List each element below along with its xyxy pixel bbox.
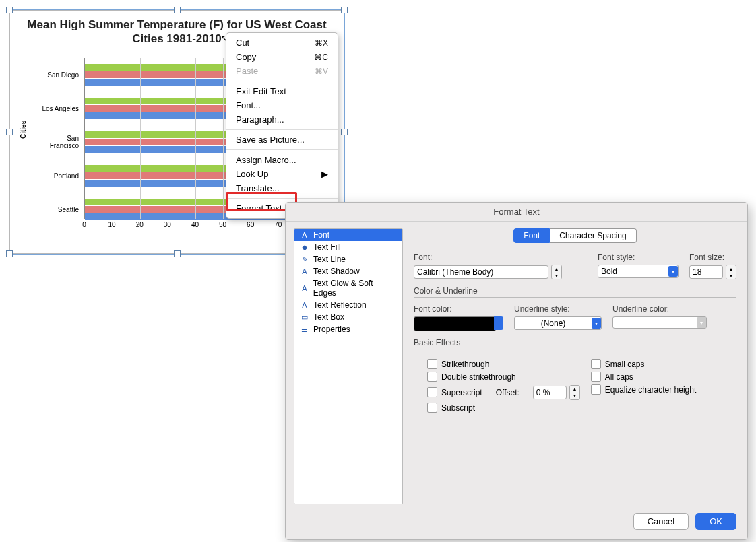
checkbox-all-caps[interactable]: All caps (591, 372, 736, 382)
checkbox-equalize-height[interactable]: Equalize character height (591, 384, 736, 395)
sidebar-item[interactable]: ☰Properties (294, 323, 402, 335)
label-font: Font: (414, 252, 587, 262)
menu-item[interactable]: Cut⌘X (226, 36, 338, 50)
menu-item: Paste⌘V (226, 64, 338, 78)
format-text-dialog: Format Text AFont◆Text Fill✎Text LineATe… (285, 202, 748, 540)
underline-color-select[interactable]: ▾ (612, 316, 707, 329)
sidebar-item[interactable]: AText Glow & Soft Edges (294, 277, 402, 299)
dialog-sidebar: AFont◆Text Fill✎Text LineAText ShadowATe… (294, 228, 403, 504)
label-font-color: Font color: (414, 304, 503, 314)
label-font-size: Font size: (689, 252, 736, 262)
sidebar-item[interactable]: ▭Text Box (294, 311, 402, 323)
x-tick: 0 (82, 221, 86, 228)
ok-button[interactable]: OK (695, 513, 736, 530)
context-menu: Cut⌘XCopy⌘CPaste⌘V Exit Edit TextFont...… (226, 32, 338, 219)
checkbox-superscript[interactable]: Superscript (427, 387, 482, 397)
font-input[interactable] (414, 265, 548, 279)
sidebar-item[interactable]: ◆Text Fill (294, 241, 402, 253)
font-color-dropdown[interactable] (494, 316, 503, 330)
dialog-tabs: Font Character Spacing (414, 228, 736, 243)
label-underline-style: Underline style: (514, 304, 602, 314)
menu-item[interactable]: Copy⌘C (226, 50, 338, 64)
label-offset: Offset: (496, 388, 519, 397)
tab-character-spacing[interactable]: Character Spacing (550, 228, 636, 243)
font-color-button[interactable] (414, 316, 496, 331)
section-basic-effects: Basic Effects (414, 338, 736, 349)
menu-item[interactable]: Look Up▶ (226, 167, 338, 181)
section-color-underline: Color & Underline (414, 286, 736, 298)
offset-input[interactable] (533, 386, 567, 399)
menu-item[interactable]: Save as Picture... (226, 133, 338, 147)
menu-item[interactable]: Assign Macro... (226, 153, 338, 167)
x-tick: 10 (108, 221, 116, 228)
x-tick: 60 (247, 221, 254, 228)
y-axis-label: Cities (20, 121, 27, 139)
font-size-input[interactable] (689, 265, 723, 279)
category-label: Los Angeles (42, 105, 80, 112)
x-tick: 20 (136, 221, 144, 228)
menu-item[interactable]: Exit Edit Text (226, 84, 338, 98)
sidebar-item[interactable]: ✎Text Line (294, 253, 402, 265)
checkbox-double-strikethrough[interactable]: Double strikethrough (427, 372, 580, 382)
x-tick: 70 (274, 221, 282, 228)
checkbox-small-caps[interactable]: Small caps (591, 359, 736, 369)
checkbox-strikethrough[interactable]: Strikethrough (427, 359, 580, 369)
cancel-button[interactable]: Cancel (633, 513, 689, 530)
size-stepper[interactable]: ▲▼ (726, 265, 736, 279)
x-tick: 40 (191, 221, 199, 228)
dialog-title: Format Text (286, 203, 747, 222)
sidebar-item[interactable]: AText Shadow (294, 265, 402, 277)
font-style-select[interactable]: Bold▾ (598, 265, 679, 278)
tab-font[interactable]: Font (513, 228, 550, 243)
menu-item[interactable]: Paragraph... (226, 112, 338, 127)
underline-style-select[interactable]: (None)▾ (514, 316, 602, 330)
sidebar-item[interactable]: AText Reflection (294, 299, 402, 311)
sidebar-item[interactable]: AFont (294, 229, 402, 241)
font-stepper[interactable]: ▲▼ (551, 265, 562, 279)
category-label: San Diego (47, 71, 79, 79)
label-underline-color: Underline color: (612, 304, 707, 314)
category-label: Seattle (58, 206, 79, 213)
label-font-style: Font style: (598, 252, 679, 262)
x-tick: 30 (164, 221, 171, 228)
offset-stepper[interactable]: ▲▼ (569, 385, 580, 400)
x-tick: 50 (219, 221, 226, 228)
category-label: San Francisco (37, 135, 79, 149)
checkbox-subscript[interactable]: Subscript (427, 403, 580, 413)
category-label: Portland (54, 172, 79, 180)
menu-item[interactable]: Font... (226, 98, 338, 112)
